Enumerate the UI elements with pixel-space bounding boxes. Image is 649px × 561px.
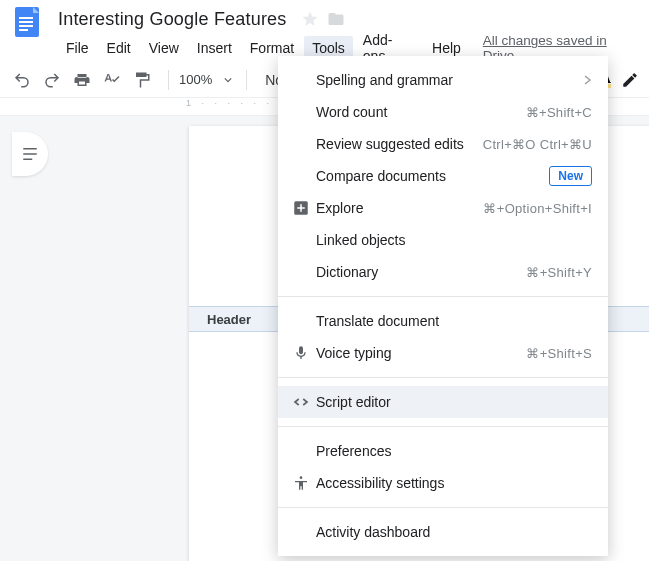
svg-rect-2 [19,21,33,23]
document-title[interactable]: Interesting Google Features [58,9,287,30]
menu-item-review-suggested-edits[interactable]: Review suggested editsCtrl+⌘O Ctrl+⌘U [278,128,608,160]
submenu-arrow-icon [582,75,592,85]
menu-view[interactable]: View [141,36,187,60]
menu-item-label: Explore [316,200,483,216]
undo-button[interactable] [10,68,34,92]
menu-item-label: Linked objects [316,232,592,248]
zoom-value: 100% [179,72,212,87]
menu-separator [278,426,608,427]
menu-item-label: Review suggested edits [316,136,483,152]
menu-item-dictionary[interactable]: Dictionary⌘+Shift+Y [278,256,608,288]
menu-item-preferences[interactable]: Preferences [278,435,608,467]
header-label: Header [189,312,251,327]
edit-mode-icon[interactable] [621,71,639,89]
menu-item-translate-document[interactable]: Translate document [278,305,608,337]
menu-item-label: Spelling and grammar [316,72,582,88]
accessibility-icon [290,475,312,491]
menu-separator [278,507,608,508]
paint-format-button[interactable] [130,68,154,92]
outline-toggle-button[interactable] [12,132,48,176]
menu-file[interactable]: File [58,36,97,60]
menu-item-compare-documents[interactable]: Compare documentsNew [278,160,608,192]
code-icon [290,393,312,411]
docs-logo-icon[interactable] [10,4,44,38]
spellcheck-button[interactable] [100,68,124,92]
menu-item-label: Compare documents [316,168,549,184]
menu-shortcut: ⌘+Shift+Y [526,265,592,280]
menu-item-label: Accessibility settings [316,475,592,491]
menu-item-label: Preferences [316,443,592,459]
menu-item-label: Script editor [316,394,592,410]
menu-item-label: Dictionary [316,264,526,280]
print-button[interactable] [70,68,94,92]
menu-item-script-editor[interactable]: Script editor [278,386,608,418]
svg-rect-6 [23,153,37,155]
svg-rect-7 [23,159,32,161]
chevron-down-icon [224,76,232,84]
toolbar-separator [246,70,247,90]
menu-item-activity-dashboard[interactable]: Activity dashboard [278,516,608,548]
menu-item-voice-typing[interactable]: Voice typing⌘+Shift+S [278,337,608,369]
zoom-select[interactable]: 100% [179,72,232,87]
svg-point-9 [300,476,303,479]
menu-item-label: Word count [316,104,526,120]
svg-rect-4 [19,29,28,31]
mic-icon [290,345,312,361]
menu-item-spelling-and-grammar[interactable]: Spelling and grammar [278,64,608,96]
tools-menu-dropdown: Spelling and grammarWord count⌘+Shift+CR… [278,56,608,556]
menu-shortcut: ⌘+Option+Shift+I [483,201,592,216]
menu-separator [278,296,608,297]
svg-rect-1 [19,17,33,19]
redo-button[interactable] [40,68,64,92]
menu-shortcut: Ctrl+⌘O Ctrl+⌘U [483,137,592,152]
menu-item-word-count[interactable]: Word count⌘+Shift+C [278,96,608,128]
svg-rect-5 [23,148,37,150]
move-folder-icon[interactable] [319,10,345,28]
menu-item-label: Translate document [316,313,592,329]
menu-shortcut: ⌘+Shift+C [526,105,592,120]
menu-shortcut: ⌘+Shift+S [526,346,592,361]
menu-item-label: Activity dashboard [316,524,592,540]
explore-icon [290,199,312,217]
star-icon[interactable] [287,10,319,28]
menu-insert[interactable]: Insert [189,36,240,60]
menu-item-explore[interactable]: Explore⌘+Option+Shift+I [278,192,608,224]
menu-item-label: Voice typing [316,345,526,361]
menu-item-accessibility-settings[interactable]: Accessibility settings [278,467,608,499]
new-badge: New [549,166,592,186]
menu-separator [278,377,608,378]
menu-edit[interactable]: Edit [99,36,139,60]
menu-item-linked-objects[interactable]: Linked objects [278,224,608,256]
toolbar-separator [168,70,169,90]
svg-rect-3 [19,25,33,27]
